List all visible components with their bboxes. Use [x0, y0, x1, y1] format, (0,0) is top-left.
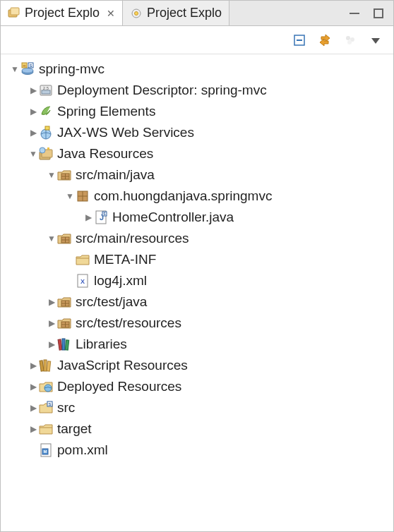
chevron-down-icon[interactable]	[46, 170, 57, 180]
tree-node[interactable]: JSHomeController.java	[4, 207, 390, 228]
js-resources-icon	[39, 358, 53, 373]
svg-text:M: M	[44, 449, 47, 454]
tab-project-explorer-inactive[interactable]: Project Explo	[123, 1, 229, 25]
collapse-all-icon[interactable]	[293, 34, 306, 47]
tree-node-label: src/main/java	[76, 167, 155, 183]
tree-node-label: Deployed Resources	[57, 379, 181, 394]
tab-label: Project Explo	[147, 6, 222, 20]
svg-text:S: S	[29, 64, 32, 68]
link-editor-icon[interactable]	[318, 34, 331, 47]
chevron-right-icon[interactable]	[46, 339, 57, 349]
folder-icon	[76, 253, 90, 267]
tree-node[interactable]: src/main/resources	[4, 228, 390, 249]
minimize-icon[interactable]	[348, 7, 361, 20]
svg-rect-48	[62, 339, 65, 350]
chevron-right-icon[interactable]	[46, 297, 57, 307]
chevron-right-icon[interactable]	[28, 424, 39, 434]
svg-rect-50	[40, 361, 44, 371]
tree-node[interactable]: com.huongdanjava.springmvc	[4, 186, 390, 207]
close-icon[interactable]: ✕	[107, 8, 115, 19]
chevron-right-icon[interactable]	[46, 318, 57, 328]
chevron-right-icon[interactable]	[28, 361, 39, 370]
tree-node-label: com.huongdanjava.springmvc	[94, 188, 272, 204]
toolbar	[1, 26, 393, 54]
folder-icon	[39, 422, 53, 436]
tree-node-label: src	[57, 400, 75, 416]
tree-view[interactable]: Smspring-mvc2.5Deployment Descriptor: sp…	[1, 54, 393, 531]
java-file-icon: JS	[94, 210, 108, 224]
tree-node[interactable]: src/main/java	[4, 164, 390, 186]
tree-node-label: src/test/java	[76, 294, 147, 310]
svg-point-24	[40, 147, 45, 153]
tree-node[interactable]: JavaScript Resources	[4, 355, 390, 376]
tree-node-label: spring-mvc	[39, 61, 105, 77]
chevron-right-icon[interactable]	[28, 128, 39, 138]
svg-rect-52	[47, 361, 50, 371]
chevron-right-icon[interactable]	[28, 107, 39, 116]
svg-text:m: m	[23, 64, 25, 68]
java-resources-icon	[39, 147, 53, 161]
svg-rect-4	[350, 13, 359, 14]
chevron-down-icon[interactable]	[46, 234, 57, 243]
tree-node[interactable]: JAX-WS Web Services	[4, 122, 390, 143]
tree-node[interactable]: Libraries	[4, 334, 390, 355]
svg-rect-5	[374, 9, 383, 18]
svg-text:2.5: 2.5	[43, 86, 49, 90]
svg-point-3	[135, 11, 138, 15]
filter-icon[interactable]	[344, 34, 357, 47]
pkg-folder-icon	[57, 231, 71, 246]
pkg-folder-icon	[57, 295, 71, 309]
tree-node[interactable]: Smspring-mvc	[4, 59, 390, 80]
tree-node-label: HomeController.java	[112, 210, 234, 225]
view-menu-icon[interactable]	[369, 34, 382, 47]
chevron-right-icon[interactable]	[83, 212, 94, 222]
tree-node-label: META-INF	[94, 252, 156, 267]
tree-node[interactable]: META-INF	[4, 249, 390, 270]
svg-rect-51	[44, 360, 47, 371]
tab-bar: Project Explo ✕ Project Explo	[1, 1, 393, 26]
tree-node[interactable]: Mpom.xml	[4, 440, 390, 461]
tree-node[interactable]: target	[4, 418, 390, 440]
tree-node[interactable]: Deployed Resources	[4, 376, 390, 397]
tree-node-label: Java Resources	[57, 146, 153, 162]
tab-label: Project Explo	[25, 6, 100, 20]
tab-project-explorer-active[interactable]: Project Explo ✕	[1, 1, 123, 25]
svg-rect-49	[65, 340, 68, 350]
tree-node-label: src/main/resources	[76, 231, 189, 246]
tree-node-label: Libraries	[76, 337, 127, 352]
chevron-right-icon[interactable]	[28, 85, 39, 95]
svg-point-53	[44, 385, 52, 392]
svg-rect-18	[42, 90, 50, 94]
svg-rect-1	[11, 8, 19, 15]
tree-node-label: src/test/resources	[76, 315, 181, 331]
chevron-right-icon[interactable]	[28, 382, 39, 392]
svg-rect-25	[47, 147, 49, 150]
tree-node[interactable]: Xlog4j.xml	[4, 270, 390, 291]
tree-node-label: log4j.xml	[94, 273, 147, 289]
deploy-desc-icon: 2.5	[39, 83, 53, 97]
tree-node-label: target	[57, 421, 92, 437]
svg-text:X: X	[80, 278, 85, 285]
chevron-down-icon[interactable]	[64, 191, 76, 201]
tree-node-label: Spring Elements	[57, 104, 155, 119]
chevron-down-icon[interactable]	[9, 64, 20, 74]
gear-sun-icon	[130, 7, 143, 20]
tree-node[interactable]: src/test/resources	[4, 313, 390, 334]
tree-node[interactable]: Java Resources	[4, 143, 390, 164]
chevron-down-icon[interactable]	[28, 149, 39, 159]
xml-file-icon: X	[76, 274, 90, 288]
svg-rect-21	[45, 126, 49, 130]
maximize-icon[interactable]	[372, 7, 385, 20]
tree-node[interactable]: Ssrc	[4, 397, 390, 418]
svg-point-8	[346, 36, 350, 40]
chevron-right-icon[interactable]	[28, 403, 39, 413]
tree-node[interactable]: Spring Elements	[4, 101, 390, 122]
svg-rect-47	[58, 339, 62, 350]
tabbar-controls	[348, 1, 393, 25]
library-icon	[57, 337, 71, 351]
svg-text:S: S	[48, 402, 51, 406]
tree-node[interactable]: src/test/java	[4, 291, 390, 313]
pkg-folder-icon	[57, 168, 71, 182]
tree-node[interactable]: 2.5Deployment Descriptor: spring-mvc	[4, 80, 390, 101]
folder-s-icon: S	[39, 401, 53, 415]
